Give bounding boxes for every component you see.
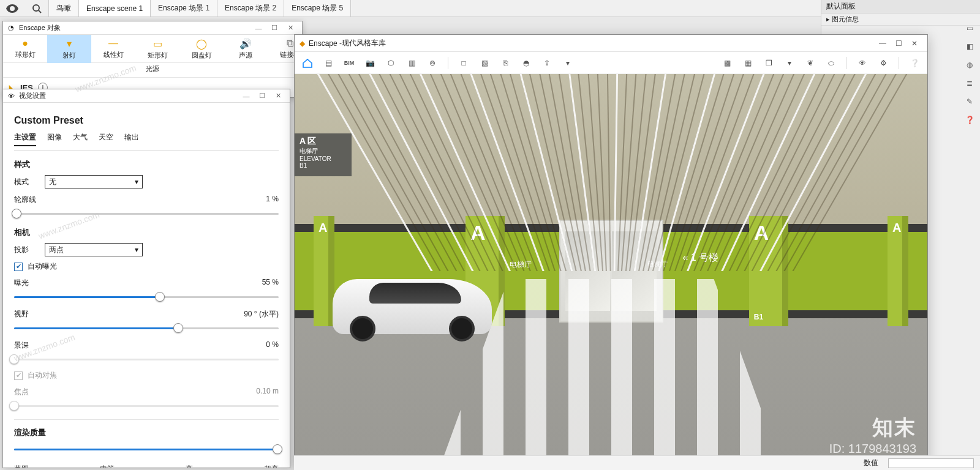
render-viewport[interactable]: AB1 AB1 A A 电梯厅 « 1 号楼 电梯厅 A 区 电梯厅 ELEVA…: [295, 74, 927, 468]
light-disk-button[interactable]: ◯圆盘灯: [179, 35, 224, 63]
help-icon[interactable]: ❔: [907, 55, 922, 71]
tab-sky[interactable]: 天空: [99, 132, 113, 146]
disk-light-icon: ◯: [196, 38, 207, 50]
outline-label: 轮廓线: [14, 195, 36, 205]
autofocus-label: 自动对焦: [28, 370, 57, 381]
vr-icon[interactable]: ⬭: [823, 55, 839, 71]
bim-icon[interactable]: BIM: [341, 55, 357, 71]
chevron-down-icon: ▾: [135, 177, 138, 186]
scene-ceiling: [295, 74, 927, 271]
measure-input[interactable]: [888, 458, 974, 468]
cube-icon[interactable]: ❒: [761, 55, 777, 71]
rail-pencil-icon[interactable]: ✎: [963, 95, 976, 108]
tab-scene-2[interactable]: Enscape 场景 2: [217, 0, 284, 17]
settings-gear-icon[interactable]: ⚙: [875, 55, 891, 71]
preset-title: Custom Preset: [14, 115, 279, 126]
link-icon: ⧉: [287, 38, 293, 49]
toolbar-separator: [846, 57, 847, 69]
tab-scene-1[interactable]: Enscape 场景 1: [151, 0, 217, 17]
objects-min-button[interactable]: —: [251, 23, 266, 34]
light-spot-button[interactable]: ▾射灯: [47, 35, 91, 63]
outline-slider[interactable]: [14, 207, 279, 220]
objects-titlebar[interactable]: ◔ Enscape 对象 — ☐ ✕: [3, 21, 302, 35]
status-bar: 数值: [294, 455, 980, 470]
render-max-button[interactable]: ☐: [891, 38, 907, 49]
visual-min-button[interactable]: —: [238, 91, 254, 102]
objects-max-button[interactable]: ☐: [266, 23, 282, 34]
image-icon[interactable]: ▧: [477, 55, 492, 71]
tab-image[interactable]: 图像: [47, 132, 62, 146]
views-icon[interactable]: ▤: [320, 55, 336, 71]
rail-help-icon[interactable]: ❓: [963, 114, 976, 126]
camera-heading: 相机: [14, 227, 279, 238]
visual-title-small: 视觉设置: [19, 91, 46, 100]
render-min-button[interactable]: —: [875, 38, 891, 49]
rail-cube-icon[interactable]: ◧: [963, 40, 976, 53]
visual-close-button[interactable]: ✕: [270, 91, 286, 102]
light-rect-button[interactable]: ▭矩形灯: [135, 35, 179, 63]
rail-globe-icon[interactable]: ◍: [963, 59, 976, 71]
objects-close-button[interactable]: ✕: [282, 23, 298, 34]
svg-point-0: [33, 5, 39, 11]
sound-icon: 🔊: [239, 38, 252, 50]
mode-select[interactable]: 无 ▾: [45, 175, 143, 188]
chevron-down-icon[interactable]: ▾: [560, 55, 576, 71]
tab-output[interactable]: 输出: [124, 132, 139, 146]
light-buttons-row: ●球形灯 ▾射灯 —线性灯 ▭矩形灯 ◯圆盘灯 🔊声源 ⧉链接模: [3, 35, 302, 63]
exposure-label: 曝光: [14, 278, 29, 288]
video-icon[interactable]: ⊚: [424, 55, 440, 71]
leaf-icon[interactable]: ❦: [802, 55, 818, 71]
library-icon[interactable]: ▥: [404, 55, 420, 71]
tab-atmo[interactable]: 大气: [73, 132, 88, 146]
asset-library-icon[interactable]: ▦: [740, 55, 756, 71]
light-line-button[interactable]: —线性灯: [91, 35, 135, 63]
projection-select[interactable]: 两点 ▾: [45, 243, 143, 256]
dof-slider[interactable]: [14, 353, 279, 365]
projection-label: 投影: [14, 245, 39, 255]
exposure-slider[interactable]: [14, 291, 279, 303]
chevron-down-icon: ▾: [135, 245, 138, 254]
outline-value: 1 %: [266, 195, 279, 205]
chevron-down-icon[interactable]: ▾: [782, 55, 797, 71]
status-measure-label: 数值: [864, 458, 878, 468]
search-icon[interactable]: [24, 0, 49, 17]
shield-icon[interactable]: ⬡: [383, 55, 399, 71]
style-heading: 样式: [14, 159, 279, 170]
sphere-light-icon: ●: [22, 38, 28, 49]
tab-birdview[interactable]: 鸟瞰: [49, 0, 79, 17]
render-titlebar[interactable]: ◆ Enscape - 现代风格车库 — ☐ ✕: [295, 35, 927, 52]
home-icon[interactable]: [300, 55, 315, 71]
camera-icon[interactable]: 📷: [362, 55, 378, 71]
export-icon[interactable]: ⇪: [539, 55, 555, 71]
enscape-logo-icon: ◔: [7, 24, 15, 32]
light-sphere-button[interactable]: ●球形灯: [3, 35, 47, 63]
dof-label: 景深: [14, 340, 29, 351]
visual-max-button[interactable]: ☐: [254, 91, 270, 102]
view-eye-icon[interactable]: [0, 0, 24, 17]
toolbar-separator: [448, 57, 448, 69]
svg-line-1: [39, 10, 41, 13]
render-close-button[interactable]: ✕: [907, 38, 922, 49]
tab-scene-0[interactable]: Enscape scene 1: [79, 0, 151, 17]
visual-tabs: 主设置 图像 大气 天空 输出: [14, 132, 279, 151]
tab-scene-3[interactable]: Enscape 场景 5: [284, 0, 351, 17]
quality-slider[interactable]: [14, 443, 279, 455]
batch-render-icon[interactable]: ⎘: [497, 55, 513, 71]
screenshot-icon[interactable]: □: [456, 55, 472, 71]
focal-slider: [14, 400, 279, 412]
rail-select-icon[interactable]: ▭: [963, 22, 976, 34]
visual-settings-icon[interactable]: 👁: [854, 55, 870, 71]
auto-exposure-label: 自动曝光: [28, 261, 57, 272]
fov-slider[interactable]: [14, 322, 279, 334]
focal-value: 0.10 m: [256, 387, 279, 397]
panorama-icon[interactable]: ◓: [518, 55, 534, 71]
visual-titlebar[interactable]: 👁 视觉设置 — ☐ ✕: [3, 89, 290, 103]
sound-source-button[interactable]: 🔊声源: [224, 35, 268, 63]
materials-icon[interactable]: ▩: [719, 55, 735, 71]
tab-main[interactable]: 主设置: [14, 132, 36, 146]
objects-title: Enscape 对象: [19, 23, 61, 32]
rail-layers-icon[interactable]: ≣: [963, 77, 976, 89]
entity-info-header[interactable]: ▸ 图元信息: [821, 13, 980, 26]
auto-exposure-checkbox[interactable]: ✔ 自动曝光: [14, 261, 279, 272]
rect-light-icon: ▭: [153, 38, 162, 50]
